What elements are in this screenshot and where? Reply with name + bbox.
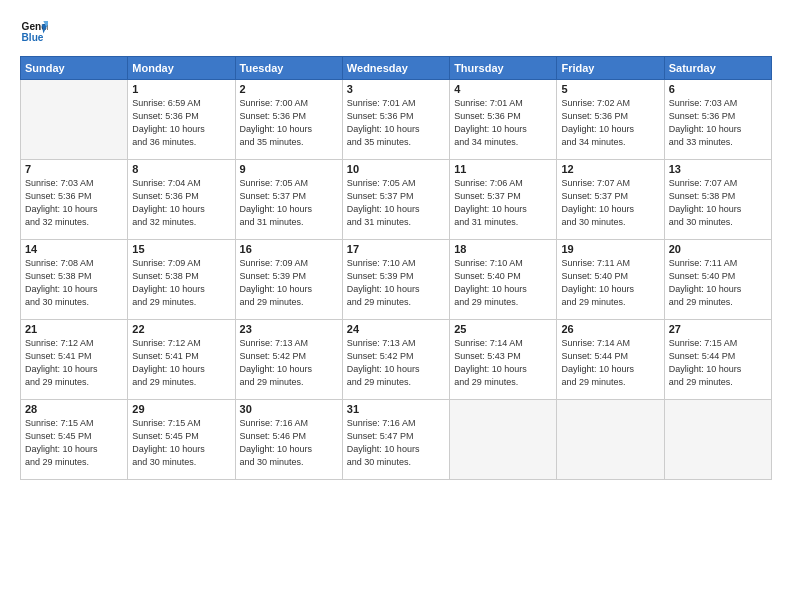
calendar-cell: 18Sunrise: 7:10 AM Sunset: 5:40 PM Dayli… xyxy=(450,240,557,320)
col-header-friday: Friday xyxy=(557,57,664,80)
page: General Blue SundayMondayTuesdayWednesda… xyxy=(0,0,792,612)
day-info: Sunrise: 7:08 AM Sunset: 5:38 PM Dayligh… xyxy=(25,257,123,309)
logo-icon: General Blue xyxy=(20,18,48,46)
calendar-cell: 22Sunrise: 7:12 AM Sunset: 5:41 PM Dayli… xyxy=(128,320,235,400)
day-info: Sunrise: 7:00 AM Sunset: 5:36 PM Dayligh… xyxy=(240,97,338,149)
day-number: 20 xyxy=(669,243,767,255)
day-info: Sunrise: 7:09 AM Sunset: 5:38 PM Dayligh… xyxy=(132,257,230,309)
calendar-cell: 16Sunrise: 7:09 AM Sunset: 5:39 PM Dayli… xyxy=(235,240,342,320)
day-info: Sunrise: 7:02 AM Sunset: 5:36 PM Dayligh… xyxy=(561,97,659,149)
calendar-cell: 17Sunrise: 7:10 AM Sunset: 5:39 PM Dayli… xyxy=(342,240,449,320)
day-info: Sunrise: 7:09 AM Sunset: 5:39 PM Dayligh… xyxy=(240,257,338,309)
calendar-header-row: SundayMondayTuesdayWednesdayThursdayFrid… xyxy=(21,57,772,80)
col-header-tuesday: Tuesday xyxy=(235,57,342,80)
svg-text:Blue: Blue xyxy=(22,32,44,43)
day-info: Sunrise: 7:12 AM Sunset: 5:41 PM Dayligh… xyxy=(132,337,230,389)
day-info: Sunrise: 7:07 AM Sunset: 5:37 PM Dayligh… xyxy=(561,177,659,229)
calendar-cell: 12Sunrise: 7:07 AM Sunset: 5:37 PM Dayli… xyxy=(557,160,664,240)
day-number: 5 xyxy=(561,83,659,95)
day-number: 9 xyxy=(240,163,338,175)
calendar-cell: 7Sunrise: 7:03 AM Sunset: 5:36 PM Daylig… xyxy=(21,160,128,240)
day-number: 8 xyxy=(132,163,230,175)
day-number: 26 xyxy=(561,323,659,335)
calendar-cell: 10Sunrise: 7:05 AM Sunset: 5:37 PM Dayli… xyxy=(342,160,449,240)
calendar-cell: 14Sunrise: 7:08 AM Sunset: 5:38 PM Dayli… xyxy=(21,240,128,320)
calendar-cell: 8Sunrise: 7:04 AM Sunset: 5:36 PM Daylig… xyxy=(128,160,235,240)
day-number: 31 xyxy=(347,403,445,415)
calendar-cell: 31Sunrise: 7:16 AM Sunset: 5:47 PM Dayli… xyxy=(342,400,449,480)
calendar-cell: 25Sunrise: 7:14 AM Sunset: 5:43 PM Dayli… xyxy=(450,320,557,400)
calendar-table: SundayMondayTuesdayWednesdayThursdayFrid… xyxy=(20,56,772,480)
day-info: Sunrise: 7:15 AM Sunset: 5:45 PM Dayligh… xyxy=(132,417,230,469)
day-number: 29 xyxy=(132,403,230,415)
calendar-cell: 21Sunrise: 7:12 AM Sunset: 5:41 PM Dayli… xyxy=(21,320,128,400)
day-info: Sunrise: 7:05 AM Sunset: 5:37 PM Dayligh… xyxy=(240,177,338,229)
calendar-cell: 6Sunrise: 7:03 AM Sunset: 5:36 PM Daylig… xyxy=(664,80,771,160)
calendar-cell: 26Sunrise: 7:14 AM Sunset: 5:44 PM Dayli… xyxy=(557,320,664,400)
day-info: Sunrise: 7:13 AM Sunset: 5:42 PM Dayligh… xyxy=(240,337,338,389)
col-header-wednesday: Wednesday xyxy=(342,57,449,80)
day-number: 24 xyxy=(347,323,445,335)
day-number: 27 xyxy=(669,323,767,335)
day-info: Sunrise: 7:15 AM Sunset: 5:44 PM Dayligh… xyxy=(669,337,767,389)
calendar-cell: 5Sunrise: 7:02 AM Sunset: 5:36 PM Daylig… xyxy=(557,80,664,160)
calendar-cell: 9Sunrise: 7:05 AM Sunset: 5:37 PM Daylig… xyxy=(235,160,342,240)
day-info: Sunrise: 7:04 AM Sunset: 5:36 PM Dayligh… xyxy=(132,177,230,229)
calendar-cell: 24Sunrise: 7:13 AM Sunset: 5:42 PM Dayli… xyxy=(342,320,449,400)
day-info: Sunrise: 7:11 AM Sunset: 5:40 PM Dayligh… xyxy=(669,257,767,309)
day-info: Sunrise: 7:01 AM Sunset: 5:36 PM Dayligh… xyxy=(454,97,552,149)
calendar-cell: 28Sunrise: 7:15 AM Sunset: 5:45 PM Dayli… xyxy=(21,400,128,480)
day-number: 12 xyxy=(561,163,659,175)
day-info: Sunrise: 7:10 AM Sunset: 5:39 PM Dayligh… xyxy=(347,257,445,309)
day-number: 25 xyxy=(454,323,552,335)
day-info: Sunrise: 7:11 AM Sunset: 5:40 PM Dayligh… xyxy=(561,257,659,309)
day-info: Sunrise: 7:13 AM Sunset: 5:42 PM Dayligh… xyxy=(347,337,445,389)
calendar-cell xyxy=(557,400,664,480)
week-row-2: 7Sunrise: 7:03 AM Sunset: 5:36 PM Daylig… xyxy=(21,160,772,240)
day-info: Sunrise: 6:59 AM Sunset: 5:36 PM Dayligh… xyxy=(132,97,230,149)
calendar-cell: 27Sunrise: 7:15 AM Sunset: 5:44 PM Dayli… xyxy=(664,320,771,400)
day-info: Sunrise: 7:07 AM Sunset: 5:38 PM Dayligh… xyxy=(669,177,767,229)
day-number: 1 xyxy=(132,83,230,95)
calendar-cell xyxy=(450,400,557,480)
day-info: Sunrise: 7:16 AM Sunset: 5:47 PM Dayligh… xyxy=(347,417,445,469)
col-header-monday: Monday xyxy=(128,57,235,80)
week-row-1: 1Sunrise: 6:59 AM Sunset: 5:36 PM Daylig… xyxy=(21,80,772,160)
day-number: 22 xyxy=(132,323,230,335)
day-number: 13 xyxy=(669,163,767,175)
day-number: 6 xyxy=(669,83,767,95)
calendar-cell: 30Sunrise: 7:16 AM Sunset: 5:46 PM Dayli… xyxy=(235,400,342,480)
day-number: 2 xyxy=(240,83,338,95)
day-number: 19 xyxy=(561,243,659,255)
day-number: 4 xyxy=(454,83,552,95)
calendar-cell: 15Sunrise: 7:09 AM Sunset: 5:38 PM Dayli… xyxy=(128,240,235,320)
day-number: 30 xyxy=(240,403,338,415)
calendar-cell: 19Sunrise: 7:11 AM Sunset: 5:40 PM Dayli… xyxy=(557,240,664,320)
day-info: Sunrise: 7:12 AM Sunset: 5:41 PM Dayligh… xyxy=(25,337,123,389)
day-info: Sunrise: 7:03 AM Sunset: 5:36 PM Dayligh… xyxy=(25,177,123,229)
day-number: 28 xyxy=(25,403,123,415)
col-header-thursday: Thursday xyxy=(450,57,557,80)
day-info: Sunrise: 7:14 AM Sunset: 5:43 PM Dayligh… xyxy=(454,337,552,389)
day-number: 14 xyxy=(25,243,123,255)
col-header-sunday: Sunday xyxy=(21,57,128,80)
day-info: Sunrise: 7:06 AM Sunset: 5:37 PM Dayligh… xyxy=(454,177,552,229)
day-number: 15 xyxy=(132,243,230,255)
calendar-cell: 23Sunrise: 7:13 AM Sunset: 5:42 PM Dayli… xyxy=(235,320,342,400)
day-number: 17 xyxy=(347,243,445,255)
calendar-cell xyxy=(21,80,128,160)
day-number: 3 xyxy=(347,83,445,95)
day-info: Sunrise: 7:03 AM Sunset: 5:36 PM Dayligh… xyxy=(669,97,767,149)
week-row-5: 28Sunrise: 7:15 AM Sunset: 5:45 PM Dayli… xyxy=(21,400,772,480)
day-info: Sunrise: 7:10 AM Sunset: 5:40 PM Dayligh… xyxy=(454,257,552,309)
day-number: 7 xyxy=(25,163,123,175)
day-number: 18 xyxy=(454,243,552,255)
day-info: Sunrise: 7:05 AM Sunset: 5:37 PM Dayligh… xyxy=(347,177,445,229)
logo: General Blue xyxy=(20,18,52,46)
day-info: Sunrise: 7:01 AM Sunset: 5:36 PM Dayligh… xyxy=(347,97,445,149)
calendar-cell: 4Sunrise: 7:01 AM Sunset: 5:36 PM Daylig… xyxy=(450,80,557,160)
week-row-3: 14Sunrise: 7:08 AM Sunset: 5:38 PM Dayli… xyxy=(21,240,772,320)
day-info: Sunrise: 7:15 AM Sunset: 5:45 PM Dayligh… xyxy=(25,417,123,469)
calendar-cell: 20Sunrise: 7:11 AM Sunset: 5:40 PM Dayli… xyxy=(664,240,771,320)
col-header-saturday: Saturday xyxy=(664,57,771,80)
